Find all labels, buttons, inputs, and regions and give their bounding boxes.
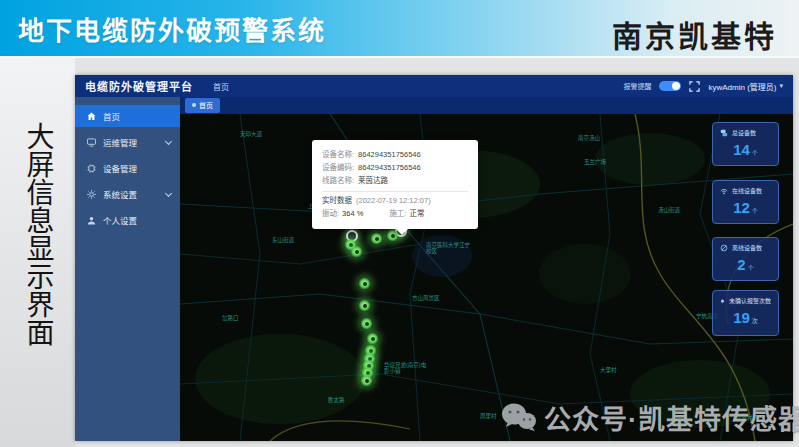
popup-row-line-name: 线路名称:莱茵达路 [322,174,468,187]
map-marker-device[interactable] [360,317,373,330]
field-label: 线路名称: [322,176,354,185]
popup-metrics-row: 振动:364 % 施工:正常 [322,207,468,220]
map-canvas[interactable]: 设备名称:864294351756546 设备编码:86429435175654… [180,114,793,441]
stat-unit: 次 [752,318,758,324]
metric-vibration: 振动:364 % [322,207,363,220]
stat-unit: 个 [752,150,758,156]
watermark-text: 公众号·凯基特传感器 [544,398,799,437]
map-place-label: 南京医科大学江宁校区 [426,242,470,254]
stat-unit: 个 [752,208,758,214]
alarm-toggle[interactable] [659,81,681,91]
stat-card-unconfirmed-alarms: 未确认报警次数 19次 [712,290,779,336]
ops-management-icon [87,138,96,147]
popup-row-device-code: 设备编码:864294351756546 [322,161,468,174]
realtime-timestamp: (2022-07-19 12:12:07) [356,196,431,205]
left-caption-strip: 大屏信息显示界面 [0,58,75,447]
map-marker-device[interactable] [358,299,371,312]
field-value: 864294351756546 [358,163,421,172]
map-place-label: 胜太路 [328,396,345,404]
map-place-label: 华谊兄弟(南京)电影小镇 [384,362,428,374]
user-name: kywAdmin (管理员) [708,81,776,92]
sidebar-item-profile[interactable]: 个人设置 [75,209,180,231]
tab-bar: 首页 [180,97,793,114]
stat-value: 2 [737,256,745,273]
platform-header: 电缆防外破管理平台 首页 报警提醒 kywAdmin (管理员) ▾ [75,75,793,97]
field-label: 设备名称: [322,150,354,159]
map-marker-device[interactable] [366,332,379,345]
stat-label: 离线设备数 [732,243,762,252]
stat-card-online-devices: 在线设备数 12个 [712,180,779,224]
map-place-label: 方山风景区 [412,294,440,302]
map-place-label: 周里村 [480,412,497,420]
sidebar-item-label: 运维管理 [103,136,137,148]
stat-card-total-devices: 总设备数 14个 [712,122,779,166]
tab-dot-icon [192,103,196,107]
tab-home[interactable]: 首页 [185,98,220,113]
sidebar-item-settings[interactable]: 系统设置 [75,183,180,205]
popup-row-device-name: 设备名称:864294351756546 [322,148,468,161]
toggle-knob [672,82,680,90]
fullscreen-icon[interactable] [689,81,700,92]
sidebar-item-label: 设备管理 [103,162,137,174]
sidebar-item-ops[interactable]: 运维管理 [75,131,180,153]
home-icon [87,112,96,121]
metric-construction: 施工:正常 [389,207,424,220]
map-marker-device[interactable] [370,232,383,245]
sidebar-item-label: 个人设置 [103,214,137,226]
map-place-label: 汤山街道 [658,206,680,214]
breadcrumb[interactable]: 首页 [213,81,229,92]
device-popup: 设备名称:864294351756546 设备编码:86429435175654… [312,140,478,229]
stat-card-header: 总设备数 [720,128,771,137]
platform-window: 电缆防外破管理平台 首页 报警提醒 kywAdmin (管理员) ▾ 首页 首页 [75,75,793,441]
stat-card-header: 在线设备数 [720,186,771,195]
watermark: 公众号·凯基特传感器 [500,398,799,437]
devices-icon [720,129,728,137]
map-place-label: 大里村 [600,366,617,374]
stat-unit: 个 [748,265,754,271]
offline-icon [720,244,728,252]
field-value: 864294351756546 [358,150,421,159]
field-label: 设备编码: [322,163,354,172]
user-menu[interactable]: kywAdmin (管理员) ▾ [708,81,783,92]
map-roads [180,114,793,441]
map-place-label: 东山街道 [272,236,294,244]
tab-home-label: 首页 [199,100,213,110]
vertical-caption: 大屏信息显示界面 [19,122,57,346]
company-brand: 南京凯基特 [612,12,777,56]
chevron-down-icon [165,138,172,145]
wechat-icon [500,401,538,435]
stat-card-offline-devices: 离线设备数 2个 [712,237,779,281]
stat-label: 未确认报警次数 [729,296,771,305]
map-marker-device[interactable] [350,245,363,258]
map-place-label: 岔路口 [222,314,239,322]
stat-label: 总设备数 [732,128,756,137]
chevron-down-icon: ▾ [779,82,783,90]
sidebar-item-devices[interactable]: 设备管理 [75,157,180,179]
stat-value: 14 [733,141,750,158]
system-title: 地下电缆防外破预警系统 [18,10,326,47]
stat-label: 在线设备数 [732,186,762,195]
header-right-cluster: 报警提醒 kywAdmin (管理员) ▾ [623,75,783,97]
sidebar-item-label: 首页 [103,110,120,122]
popup-realtime-row: 实时数据(2022-07-19 12:12:07) [322,195,468,207]
platform-title: 电缆防外破管理平台 [85,78,213,94]
map-marker-device[interactable] [358,277,371,290]
sidebar-item-label: 系统设置 [103,188,137,200]
map-marker-device[interactable] [360,374,373,387]
popup-divider [322,191,468,192]
stat-value: 19 [733,309,750,326]
stat-card-header: 离线设备数 [720,243,771,252]
online-icon [720,187,728,195]
stat-card-header: 未确认报警次数 [720,296,771,305]
stat-value: 12 [733,199,750,216]
gear-icon [87,190,96,199]
sidebar: 首页 运维管理 设备管理 系统设置 个人设置 [75,97,180,441]
realtime-label: 实时数据 [322,196,352,205]
chevron-down-icon [165,190,172,197]
top-banner: 地下电缆防外破预警系统 南京凯基特 [0,0,799,58]
map-place-label: 天印大道 [240,130,262,138]
bell-icon [720,297,725,305]
sidebar-item-home[interactable]: 首页 [75,105,180,127]
map-place-label: 南京汤山 [578,134,600,142]
field-value: 莱茵达路 [358,176,388,185]
